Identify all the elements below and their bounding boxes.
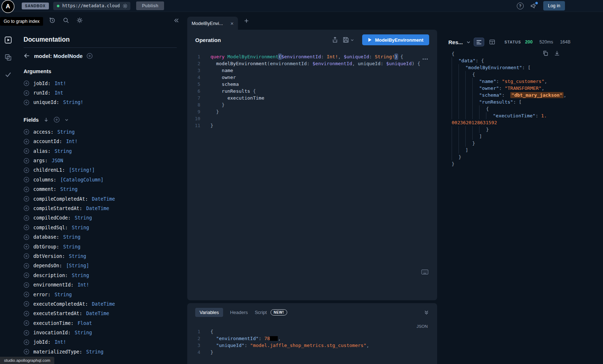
add-to-query-icon[interactable] [24, 196, 29, 202]
field-type: DateTime [92, 196, 115, 202]
field-row[interactable]: compileStartedAt:DateTime [24, 204, 177, 213]
add-to-query-icon[interactable] [24, 292, 29, 297]
line-number: 11 [187, 122, 206, 129]
field-row[interactable]: dbtGroup:String [24, 242, 177, 251]
endpoint-url-input[interactable]: https://metadata.cloud.get [53, 2, 130, 10]
field-row[interactable]: description:String [24, 271, 177, 280]
field-name: compileStartedAt: [33, 206, 82, 211]
field-row[interactable]: comment:String [24, 185, 177, 194]
field-row[interactable]: compiledCode:String [24, 213, 177, 223]
add-to-query-icon[interactable] [24, 139, 29, 145]
field-row[interactable]: materializedType:String [24, 347, 177, 356]
field-row[interactable]: invocationId:String [24, 328, 177, 337]
add-to-query-icon[interactable] [24, 234, 29, 240]
field-row[interactable]: alias:String [24, 146, 177, 156]
endpoint-url[interactable]: https://metadata.cloud.get [62, 3, 120, 8]
field-row[interactable]: environmentId:Int! [24, 280, 177, 289]
endpoint-settings-gear-icon[interactable] [122, 3, 128, 9]
field-row[interactable]: jobId:Int! [24, 79, 177, 88]
announcements-megaphone-icon[interactable] [530, 3, 537, 9]
add-to-query-icon[interactable] [24, 129, 29, 135]
run-operation-button[interactable]: ModelByEnvironment [362, 34, 429, 45]
add-to-query-icon[interactable] [24, 282, 29, 288]
field-row[interactable]: executionTime:Float [24, 318, 177, 328]
add-to-query-icon[interactable] [24, 148, 29, 154]
add-to-query-icon[interactable] [24, 205, 29, 211]
add-all-fields-icon[interactable] [54, 117, 60, 123]
add-to-query-icon[interactable] [24, 349, 29, 355]
publish-button[interactable]: Publish [136, 1, 164, 10]
collapse-variables-icon[interactable] [424, 310, 429, 315]
add-to-query-icon[interactable] [24, 320, 29, 326]
schema-icon[interactable] [4, 54, 12, 61]
save-dropdown-chevron-icon[interactable] [350, 38, 354, 42]
field-row[interactable]: uniqueId:String! [24, 98, 177, 107]
add-to-query-icon[interactable] [24, 167, 29, 173]
add-fields-dropdown-icon[interactable] [64, 118, 69, 122]
add-to-query-icon[interactable] [24, 330, 29, 336]
field-row[interactable]: columns:[CatalogColumn] [24, 175, 177, 184]
back-arrow-icon[interactable] [24, 53, 30, 59]
add-to-query-icon[interactable] [24, 301, 29, 307]
add-to-query-icon[interactable] [24, 311, 29, 317]
keyboard-shortcuts-icon[interactable] [421, 269, 428, 275]
close-tab-icon[interactable]: × [230, 21, 234, 26]
share-operation-icon[interactable] [332, 37, 338, 43]
more-options-icon[interactable] [422, 56, 428, 62]
add-to-query-icon[interactable] [24, 225, 29, 230]
field-row[interactable]: access:String [24, 127, 177, 137]
field-name: access: [33, 129, 54, 135]
add-to-query-icon[interactable] [24, 272, 29, 278]
tab-headers[interactable]: Headers [230, 310, 248, 315]
response-format-table-icon[interactable] [487, 38, 497, 46]
field-row[interactable]: childrenL1:[String!] [24, 166, 177, 175]
field-row[interactable]: runId:Int [24, 88, 177, 97]
login-button[interactable]: Log in [543, 1, 565, 11]
tab-modelbyenvironment[interactable]: ModelByEnvi... × [187, 17, 238, 30]
checks-icon[interactable] [4, 71, 12, 78]
add-to-query-icon[interactable] [24, 187, 29, 192]
add-to-query-icon[interactable] [24, 253, 29, 259]
search-icon[interactable] [63, 17, 69, 24]
save-operation-icon[interactable] [343, 37, 349, 43]
add-to-query-icon[interactable] [24, 244, 29, 250]
field-row[interactable]: executeCompletedAt:DateTime [24, 299, 177, 309]
add-to-query-icon[interactable] [24, 339, 29, 345]
operation-editor[interactable]: 1query ModelByEnvironment($environmentId… [187, 50, 437, 129]
add-to-query-icon[interactable] [24, 90, 29, 96]
fields-heading-row: Fields [24, 117, 177, 123]
add-to-query-icon[interactable] [24, 100, 29, 105]
tab-script[interactable]: Script [255, 310, 267, 315]
field-row[interactable]: dbtVersion:String [24, 251, 177, 261]
add-to-query-icon[interactable] [24, 263, 29, 269]
settings-gear-icon[interactable] [76, 17, 83, 24]
field-row[interactable]: jobId:Int! [24, 338, 177, 347]
sort-fields-icon[interactable] [43, 117, 49, 122]
tab-variables[interactable]: Variables [195, 308, 223, 317]
field-row[interactable]: dependsOn:[String] [24, 261, 177, 271]
help-icon[interactable]: ? [517, 3, 524, 9]
add-to-query-icon[interactable] [24, 80, 29, 86]
field-row[interactable]: error:String [24, 290, 177, 299]
field-row[interactable]: compileCompletedAt:DateTime [24, 194, 177, 204]
copy-response-icon[interactable] [543, 50, 548, 56]
field-row[interactable]: accountId:Int! [24, 137, 177, 146]
add-to-query-icon[interactable] [24, 158, 29, 164]
field-row[interactable]: compiledSql:String [24, 223, 177, 232]
response-format-json-icon[interactable] [474, 38, 484, 46]
line-number: 9 [187, 108, 206, 115]
history-icon[interactable] [49, 17, 55, 24]
collapse-docs-panel-icon[interactable] [173, 17, 179, 24]
add-to-query-icon[interactable] [24, 215, 29, 221]
new-tab-icon[interactable] [244, 18, 249, 24]
explorer-icon[interactable] [4, 36, 12, 44]
field-row[interactable]: executeStartedAt:DateTime [24, 309, 177, 318]
variables-editor[interactable]: 1{2 "environmentId": 78,3 "uniqueId": "m… [187, 325, 437, 356]
collapse-response-icon[interactable] [466, 40, 471, 45]
add-type-to-query-icon[interactable] [87, 53, 93, 59]
field-row[interactable]: args:JSON [24, 156, 177, 165]
add-to-query-icon[interactable] [24, 177, 29, 183]
field-row[interactable]: database:String [24, 232, 177, 242]
apollo-logo[interactable]: A [1, 0, 14, 13]
download-response-icon[interactable] [554, 50, 560, 56]
